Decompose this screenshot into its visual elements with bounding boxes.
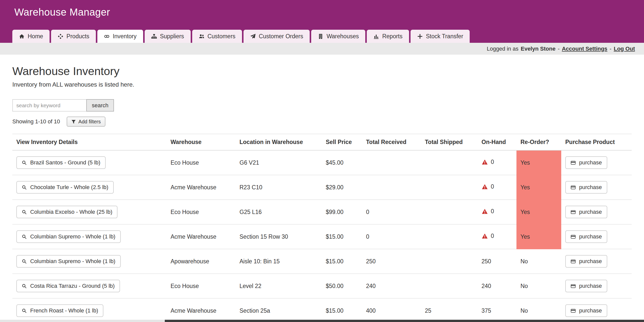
view-details-button[interactable]: Brazil Santos - Ground (5 lb)	[16, 156, 106, 169]
total-received-cell: 0	[362, 200, 421, 224]
view-details-button[interactable]: French Roast - Whole (1 lb)	[16, 304, 103, 317]
view-details-button[interactable]: Columbian Supremo - Whole (1 lb)	[16, 230, 121, 243]
view-details-cell: Columbian Supremo - Whole (1 lb)	[12, 224, 167, 249]
tab-stock-transfer[interactable]: Stock Transfer	[411, 30, 470, 43]
total-shipped-cell	[421, 200, 477, 224]
tab-home[interactable]: Home	[12, 30, 50, 43]
inventory-icon	[104, 33, 110, 39]
main-nav: Home Products Inventory Suppliers Custom…	[12, 30, 470, 43]
on-hand-cell: 0	[477, 150, 516, 175]
inventory-item-name: Columbia Excelso - Whole (25 lb)	[30, 209, 112, 215]
col-header-warehouse: Warehouse	[167, 134, 235, 150]
sell-price-cell: $99.00	[322, 200, 362, 224]
purchase-button[interactable]: purchase	[565, 206, 607, 218]
magnifier-icon	[22, 160, 27, 165]
tab-customer-orders[interactable]: Customer Orders	[244, 30, 310, 43]
purchase-button[interactable]: purchase	[565, 156, 607, 169]
col-header-location: Location in Warehouse	[235, 134, 322, 150]
location-cell: Aisle 10: Bin 15	[235, 249, 322, 274]
table-row: French Roast - Whole (1 lb) Acme Warehou…	[12, 298, 632, 322]
purchase-button[interactable]: purchase	[565, 304, 607, 317]
total-received-cell: 400	[362, 298, 421, 322]
on-hand-value: 0	[491, 183, 494, 190]
credit-card-icon	[571, 308, 576, 313]
sell-price-cell: $45.00	[322, 150, 362, 175]
purchase-cell: purchase	[561, 249, 632, 274]
tab-warehouses[interactable]: Warehouses	[311, 30, 365, 43]
on-hand-cell: 250	[477, 249, 516, 274]
search-input[interactable]	[12, 99, 86, 112]
credit-card-icon	[571, 209, 576, 215]
table-row: Columbian Supremo - Whole (1 lb) Acme Wa…	[12, 224, 632, 249]
reorder-cell: No	[516, 298, 561, 322]
table-row: Columbia Excelso - Whole (25 lb) Eco Hou…	[12, 200, 632, 224]
on-hand-value: 0	[491, 208, 494, 215]
tab-suppliers[interactable]: Suppliers	[145, 30, 191, 43]
col-header-total-received: Total Received	[362, 134, 421, 150]
magnifier-icon	[22, 308, 27, 313]
page-subtitle: Inventory from ALL warehouses is listed …	[12, 81, 632, 88]
magnifier-icon	[22, 259, 27, 264]
user-bar: Logged in as Evelyn Stone - Account Sett…	[0, 43, 644, 55]
purchase-button[interactable]: purchase	[565, 230, 607, 243]
on-hand-cell: 0	[477, 200, 516, 224]
suppliers-icon	[151, 33, 157, 39]
search-row: search	[12, 99, 632, 112]
warning-icon	[481, 208, 488, 214]
sell-price-cell: $29.00	[322, 175, 362, 200]
search-button[interactable]: search	[86, 99, 114, 112]
table-row: Brazil Santos - Ground (5 lb) Eco House …	[12, 150, 632, 175]
main-content: Warehouse Inventory Inventory from ALL w…	[0, 65, 644, 322]
on-hand-cell: 0	[477, 224, 516, 249]
total-shipped-cell	[421, 249, 477, 274]
purchase-button[interactable]: purchase	[565, 255, 607, 268]
tab-inventory[interactable]: Inventory	[97, 30, 143, 43]
inventory-item-name: Brazil Santos - Ground (5 lb)	[30, 159, 100, 166]
app-header: Warehouse Manager Home Products Inventor…	[0, 0, 644, 43]
magnifier-icon	[22, 283, 27, 289]
sell-price-cell: $15.00	[322, 298, 362, 322]
purchase-cell: purchase	[561, 200, 632, 224]
warehouse-cell: Eco House	[167, 200, 235, 224]
purchase-label: purchase	[579, 233, 602, 240]
reorder-cell: Yes	[516, 200, 561, 224]
purchase-cell: purchase	[561, 150, 632, 175]
warehouse-cell: Acme Warehouse	[167, 224, 235, 249]
tab-reports[interactable]: Reports	[367, 30, 409, 43]
view-details-button[interactable]: Costa Rica Tarrazu - Ground (5 lb)	[16, 280, 120, 292]
purchase-button[interactable]: purchase	[565, 280, 607, 292]
inventory-table: View Inventory Details Warehouse Locatio…	[12, 134, 632, 322]
view-details-button[interactable]: Columbia Excelso - Whole (25 lb)	[16, 206, 117, 218]
inventory-item-name: Chocolate Turle - Whole (2.5 lb)	[30, 184, 108, 191]
horizontal-scrollbar[interactable]	[0, 320, 644, 322]
location-cell: Level 22	[235, 274, 322, 298]
warning-icon	[481, 159, 488, 165]
log-out-link[interactable]: Log Out	[614, 46, 635, 52]
col-header-sell-price: Sell Price	[322, 134, 362, 150]
view-details-button[interactable]: Columbian Supremo - Whole (1 lb)	[16, 255, 121, 268]
purchase-label: purchase	[579, 209, 602, 215]
add-filters-button[interactable]: Add filters	[67, 117, 105, 127]
inventory-item-name: Columbian Supremo - Whole (1 lb)	[30, 233, 115, 240]
reorder-cell: Yes	[516, 150, 561, 175]
purchase-button[interactable]: purchase	[565, 181, 607, 194]
credit-card-icon	[571, 283, 576, 289]
location-cell: G6 V21	[235, 150, 322, 175]
stock-transfer-icon	[417, 33, 423, 39]
tab-customers[interactable]: Customers	[192, 30, 242, 43]
reorder-cell: Yes	[516, 224, 561, 249]
account-settings-link[interactable]: Account Settings	[562, 46, 607, 52]
on-hand-value: 250	[481, 258, 491, 265]
sell-price-cell: $15.00	[322, 224, 362, 249]
warning-icon	[481, 184, 488, 190]
table-row: Columbian Supremo - Whole (1 lb) Apoware…	[12, 249, 632, 274]
warehouse-cell: Eco House	[167, 274, 235, 298]
inventory-item-name: French Roast - Whole (1 lb)	[30, 307, 98, 314]
tab-products[interactable]: Products	[51, 30, 96, 43]
on-hand-cell: 0	[477, 175, 516, 200]
sell-price-cell: $15.00	[322, 249, 362, 274]
view-details-button[interactable]: Chocolate Turle - Whole (2.5 lb)	[16, 181, 114, 194]
view-details-cell: Columbia Excelso - Whole (25 lb)	[12, 200, 167, 224]
showing-count: Showing 1-10 of 10	[12, 118, 60, 125]
location-cell: Section 15 Row 30	[235, 224, 322, 249]
